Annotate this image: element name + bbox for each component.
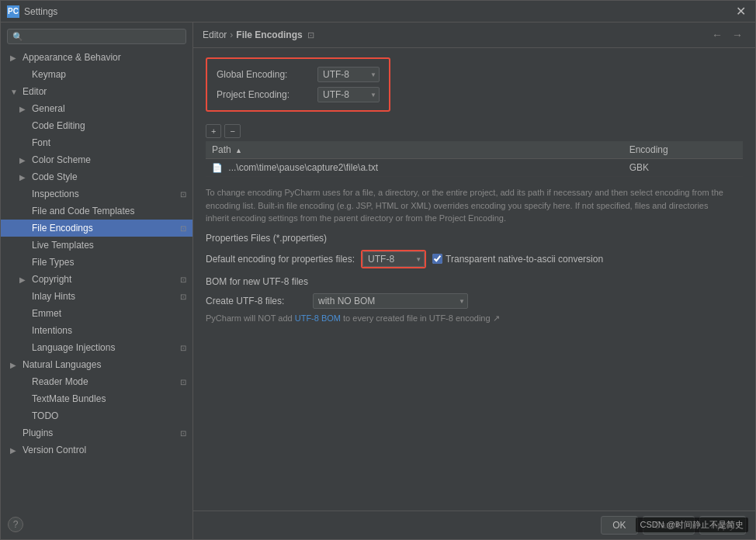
breadcrumb-current: File Encodings bbox=[236, 29, 302, 40]
sidebar-item-label: Code Editing bbox=[32, 120, 85, 131]
panel-header: Editor › File Encodings ⊡ ← → bbox=[193, 22, 755, 48]
utf8-bom-link[interactable]: UTF-8 BOM bbox=[295, 313, 341, 323]
badge-icon: ⊡ bbox=[180, 190, 186, 199]
window-title: Settings bbox=[24, 6, 733, 17]
badge-icon: ⊡ bbox=[180, 275, 186, 284]
expand-icon: ▼ bbox=[10, 88, 19, 96]
sidebar-item-code-style[interactable]: ▶ Code Style bbox=[1, 168, 192, 185]
properties-encoding-dropdown[interactable]: UTF-8 bbox=[362, 251, 425, 267]
badge-icon: ⊡ bbox=[180, 429, 186, 438]
sidebar-item-label: File Encodings bbox=[32, 223, 93, 234]
nav-forward-button[interactable]: → bbox=[729, 27, 746, 43]
sidebar-item-label: Color Scheme bbox=[32, 154, 91, 165]
sidebar-item-label: Natural Languages bbox=[23, 359, 101, 370]
sidebar-item-label: Font bbox=[32, 137, 50, 148]
sidebar-item-file-encodings[interactable]: File Encodings ⊡ bbox=[1, 220, 192, 237]
encoding-cell: GBK bbox=[623, 159, 743, 177]
file-path-cell: 📄 ...\com\time\pause\capture2\file\a.txt bbox=[206, 159, 623, 177]
sidebar-item-intentions[interactable]: Intentions bbox=[1, 322, 192, 339]
sidebar-item-textmate-bundles[interactable]: TextMate Bundles bbox=[1, 390, 192, 407]
help-button[interactable]: ? bbox=[8, 517, 23, 532]
sidebar-item-code-editing[interactable]: Code Editing bbox=[1, 117, 192, 134]
sidebar-item-label: Plugins bbox=[23, 428, 53, 438]
search-box[interactable]: 🔍 bbox=[7, 29, 186, 44]
nav-back-button[interactable]: ← bbox=[709, 27, 726, 43]
bom-dropdown-wrapper[interactable]: with NO BOM ▼ bbox=[313, 293, 468, 309]
transparent-conversion-checkbox[interactable] bbox=[432, 254, 442, 264]
table-row[interactable]: 📄 ...\com\time\pause\capture2\file\a.txt… bbox=[206, 159, 743, 177]
sidebar-item-file-code-templates[interactable]: File and Code Templates bbox=[1, 202, 192, 220]
title-bar: PC Settings ✕ bbox=[1, 1, 755, 22]
app-icon: PC bbox=[7, 5, 19, 18]
sidebar-item-label: Version Control bbox=[23, 445, 86, 455]
sidebar-item-editor[interactable]: ▼ Editor bbox=[1, 83, 192, 100]
sidebar-item-general[interactable]: ▶ General bbox=[1, 100, 192, 117]
sidebar-item-reader-mode[interactable]: Reader Mode ⊡ bbox=[1, 373, 192, 390]
transparent-conversion-label[interactable]: Transparent native-to-ascii conversion bbox=[432, 254, 603, 265]
badge-icon: ⊡ bbox=[180, 292, 186, 301]
breadcrumb: Editor › File Encodings ⊡ bbox=[203, 29, 314, 40]
breadcrumb-parent: Editor bbox=[203, 29, 227, 40]
project-encoding-dropdown[interactable]: UTF-8 bbox=[317, 87, 380, 102]
sidebar-item-label: File Types bbox=[32, 257, 74, 268]
col-path-header: Path ▲ bbox=[206, 141, 623, 159]
properties-encoding-box: UTF-8 ▼ bbox=[361, 250, 426, 268]
sidebar-item-todo[interactable]: TODO bbox=[1, 407, 192, 424]
ok-button[interactable]: OK bbox=[601, 516, 637, 535]
bom-section: BOM for new UTF-8 files Create UTF-8 fil… bbox=[206, 276, 743, 324]
sidebar-item-label: Keymap bbox=[32, 69, 66, 80]
sidebar-item-label: Reader Mode bbox=[32, 376, 88, 387]
external-link-icon: ↗ bbox=[493, 313, 500, 323]
properties-encoding-wrapper[interactable]: UTF-8 ▼ bbox=[362, 251, 425, 267]
sidebar-item-font[interactable]: Font bbox=[1, 134, 192, 151]
main-panel: Editor › File Encodings ⊡ ← → Global Enc… bbox=[193, 22, 755, 539]
sidebar-item-version-control[interactable]: ▶ Version Control bbox=[1, 441, 192, 459]
sidebar-item-label: TextMate Bundles bbox=[32, 393, 106, 404]
expand-icon: ▶ bbox=[19, 173, 29, 182]
sidebar-item-label: Code Style bbox=[32, 171, 78, 182]
global-encoding-row: Global Encoding: UTF-8 ▼ bbox=[217, 67, 380, 82]
sidebar-item-copyright[interactable]: ▶ Copyright ⊡ bbox=[1, 271, 192, 288]
project-encoding-dropdown-wrapper[interactable]: UTF-8 ▼ bbox=[317, 87, 380, 102]
encoding-box: Global Encoding: UTF-8 ▼ Project Encodin… bbox=[206, 57, 390, 112]
sidebar-item-plugins[interactable]: Plugins ⊡ bbox=[1, 424, 192, 441]
bom-note: PyCharm will NOT add UTF-8 BOM to every … bbox=[206, 313, 743, 324]
sidebar-item-inspections[interactable]: Inspections ⊡ bbox=[1, 185, 192, 202]
sidebar-item-label: Language Injections bbox=[32, 342, 115, 353]
sidebar-item-label: Inlay Hints bbox=[32, 291, 75, 302]
global-encoding-dropdown-wrapper[interactable]: UTF-8 ▼ bbox=[317, 67, 380, 82]
bom-section-title: BOM for new UTF-8 files bbox=[206, 276, 743, 287]
sidebar-item-label: Copyright bbox=[32, 274, 71, 285]
sidebar-item-color-scheme[interactable]: ▶ Color Scheme bbox=[1, 151, 192, 168]
sidebar-item-label: Editor bbox=[23, 86, 47, 97]
file-icon: 📄 bbox=[212, 163, 223, 172]
sidebar-item-file-types[interactable]: File Types bbox=[1, 254, 192, 271]
sidebar-item-keymap[interactable]: Keymap bbox=[1, 66, 192, 83]
expand-icon: ▶ bbox=[19, 105, 29, 113]
panel-content: Global Encoding: UTF-8 ▼ Project Encodin… bbox=[193, 48, 755, 511]
bom-dropdown[interactable]: with NO BOM bbox=[313, 293, 468, 309]
sidebar-item-natural-languages[interactable]: ▶ Natural Languages bbox=[1, 356, 192, 373]
sidebar-item-label: File and Code Templates bbox=[32, 206, 135, 216]
badge-icon: ⊡ bbox=[180, 344, 186, 352]
remove-path-button[interactable]: − bbox=[224, 124, 240, 138]
sidebar-item-inlay-hints[interactable]: Inlay Hints ⊡ bbox=[1, 288, 192, 305]
sidebar-item-appearance[interactable]: ▶ Appearance & Behavior bbox=[1, 49, 192, 66]
add-path-button[interactable]: + bbox=[206, 124, 221, 138]
global-encoding-label: Global Encoding: bbox=[217, 69, 317, 80]
description-text: To change encoding PyCharm uses for a fi… bbox=[206, 186, 733, 225]
sidebar-item-emmet[interactable]: Emmet bbox=[1, 305, 192, 322]
global-encoding-dropdown[interactable]: UTF-8 bbox=[317, 67, 380, 82]
sidebar-item-live-templates[interactable]: Live Templates bbox=[1, 237, 192, 254]
sidebar-item-label: Emmet bbox=[32, 308, 61, 319]
properties-section: Properties Files (*.properties) Default … bbox=[206, 233, 743, 268]
sidebar-item-language-injections[interactable]: Language Injections ⊡ bbox=[1, 339, 192, 356]
bom-row: Create UTF-8 files: with NO BOM ▼ bbox=[206, 293, 743, 309]
sidebar-item-label: Live Templates bbox=[32, 240, 94, 251]
search-input[interactable] bbox=[26, 31, 181, 42]
breadcrumb-icon: ⊡ bbox=[307, 30, 314, 40]
sort-icon: ▲ bbox=[235, 147, 242, 154]
sidebar-item-label: General bbox=[32, 103, 65, 114]
sidebar-item-label: Appearance & Behavior bbox=[23, 52, 121, 63]
close-button[interactable]: ✕ bbox=[733, 4, 749, 19]
